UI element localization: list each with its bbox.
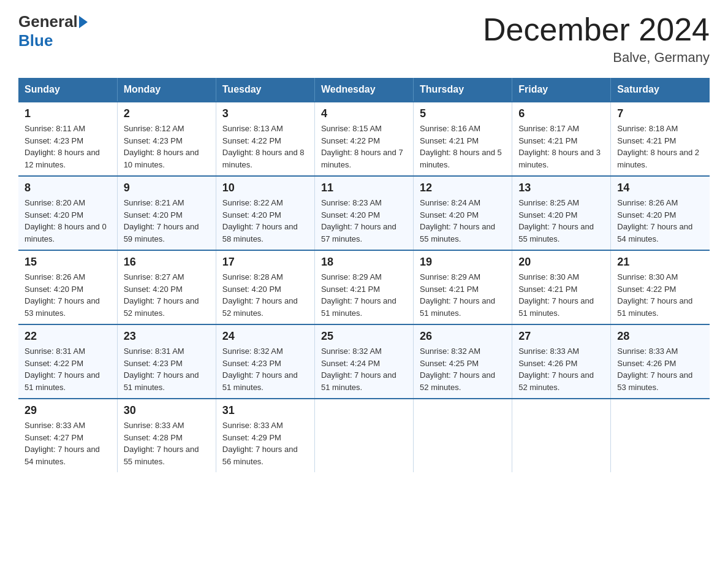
calendar-cell: 24Sunrise: 8:32 AMSunset: 4:23 PMDayligh… <box>216 324 314 399</box>
day-number: 24 <box>222 330 308 343</box>
day-info: Sunrise: 8:16 AMSunset: 4:21 PMDaylight:… <box>420 123 506 170</box>
month-title: December 2024 <box>483 12 710 47</box>
day-number: 23 <box>124 330 210 343</box>
week-row-5: 29Sunrise: 8:33 AMSunset: 4:27 PMDayligh… <box>18 399 710 472</box>
calendar-cell <box>314 399 413 472</box>
day-number: 15 <box>25 256 111 269</box>
calendar-cell: 6Sunrise: 8:17 AMSunset: 4:21 PMDaylight… <box>512 102 611 176</box>
calendar-cell: 14Sunrise: 8:26 AMSunset: 4:20 PMDayligh… <box>611 176 710 250</box>
day-info: Sunrise: 8:15 AMSunset: 4:22 PMDaylight:… <box>321 123 407 170</box>
calendar-cell: 20Sunrise: 8:30 AMSunset: 4:21 PMDayligh… <box>512 250 611 324</box>
day-number: 10 <box>222 182 308 194</box>
calendar-cell <box>512 399 611 472</box>
day-number: 14 <box>617 182 703 194</box>
day-number: 29 <box>25 404 111 417</box>
week-row-4: 22Sunrise: 8:31 AMSunset: 4:22 PMDayligh… <box>18 324 710 399</box>
day-number: 12 <box>420 182 506 194</box>
day-info: Sunrise: 8:30 AMSunset: 4:22 PMDaylight:… <box>617 271 703 319</box>
calendar-header: SundayMondayTuesdayWednesdayThursdayFrid… <box>18 78 710 102</box>
day-info: Sunrise: 8:29 AMSunset: 4:21 PMDaylight:… <box>420 271 506 319</box>
calendar-cell: 28Sunrise: 8:33 AMSunset: 4:26 PMDayligh… <box>611 324 710 399</box>
day-number: 21 <box>617 256 703 269</box>
day-info: Sunrise: 8:32 AMSunset: 4:25 PMDaylight:… <box>420 345 506 393</box>
day-number: 20 <box>518 256 604 269</box>
day-number: 17 <box>222 256 308 269</box>
day-info: Sunrise: 8:28 AMSunset: 4:20 PMDaylight:… <box>222 271 308 319</box>
day-info: Sunrise: 8:32 AMSunset: 4:23 PMDaylight:… <box>222 345 308 393</box>
logo: General Blue <box>18 12 89 50</box>
day-info: Sunrise: 8:17 AMSunset: 4:21 PMDaylight:… <box>518 123 604 170</box>
calendar-cell: 17Sunrise: 8:28 AMSunset: 4:20 PMDayligh… <box>216 250 314 324</box>
calendar-cell: 11Sunrise: 8:23 AMSunset: 4:20 PMDayligh… <box>314 176 413 250</box>
logo-general-text: General <box>18 12 78 31</box>
day-number: 7 <box>617 107 703 120</box>
calendar-cell: 10Sunrise: 8:22 AMSunset: 4:20 PMDayligh… <box>216 176 314 250</box>
day-info: Sunrise: 8:11 AMSunset: 4:23 PMDaylight:… <box>25 123 111 170</box>
day-info: Sunrise: 8:33 AMSunset: 4:29 PMDaylight:… <box>222 419 308 467</box>
day-number: 19 <box>420 256 506 269</box>
calendar-cell: 18Sunrise: 8:29 AMSunset: 4:21 PMDayligh… <box>314 250 413 324</box>
day-number: 6 <box>518 107 604 120</box>
week-row-1: 1Sunrise: 8:11 AMSunset: 4:23 PMDaylight… <box>18 102 710 176</box>
calendar-cell: 9Sunrise: 8:21 AMSunset: 4:20 PMDaylight… <box>117 176 216 250</box>
day-info: Sunrise: 8:13 AMSunset: 4:22 PMDaylight:… <box>222 123 308 170</box>
day-number: 28 <box>617 330 703 343</box>
header-friday: Friday <box>512 78 611 102</box>
day-number: 5 <box>420 107 506 120</box>
day-number: 3 <box>222 107 308 120</box>
calendar-cell: 8Sunrise: 8:20 AMSunset: 4:20 PMDaylight… <box>18 176 117 250</box>
day-number: 25 <box>321 330 407 343</box>
day-number: 1 <box>25 107 111 120</box>
day-info: Sunrise: 8:29 AMSunset: 4:21 PMDaylight:… <box>321 271 407 319</box>
calendar-body: 1Sunrise: 8:11 AMSunset: 4:23 PMDaylight… <box>18 102 710 472</box>
page-header: General Blue December 2024 Balve, German… <box>18 12 710 66</box>
calendar-cell: 19Sunrise: 8:29 AMSunset: 4:21 PMDayligh… <box>414 250 512 324</box>
day-number: 16 <box>124 256 210 269</box>
week-row-2: 8Sunrise: 8:20 AMSunset: 4:20 PMDaylight… <box>18 176 710 250</box>
day-info: Sunrise: 8:27 AMSunset: 4:20 PMDaylight:… <box>124 271 210 319</box>
day-number: 9 <box>124 182 210 194</box>
header-saturday: Saturday <box>611 78 710 102</box>
day-info: Sunrise: 8:20 AMSunset: 4:20 PMDaylight:… <box>25 197 111 245</box>
calendar-cell: 2Sunrise: 8:12 AMSunset: 4:23 PMDaylight… <box>117 102 216 176</box>
day-info: Sunrise: 8:25 AMSunset: 4:20 PMDaylight:… <box>518 197 604 245</box>
title-block: December 2024 Balve, Germany <box>483 12 710 66</box>
calendar-cell: 27Sunrise: 8:33 AMSunset: 4:26 PMDayligh… <box>512 324 611 399</box>
day-info: Sunrise: 8:32 AMSunset: 4:24 PMDaylight:… <box>321 345 407 393</box>
calendar-cell: 13Sunrise: 8:25 AMSunset: 4:20 PMDayligh… <box>512 176 611 250</box>
day-number: 26 <box>420 330 506 343</box>
day-info: Sunrise: 8:12 AMSunset: 4:23 PMDaylight:… <box>124 123 210 170</box>
day-info: Sunrise: 8:26 AMSunset: 4:20 PMDaylight:… <box>25 271 111 319</box>
day-number: 2 <box>124 107 210 120</box>
calendar-cell: 16Sunrise: 8:27 AMSunset: 4:20 PMDayligh… <box>117 250 216 324</box>
day-number: 30 <box>124 404 210 417</box>
location-text: Balve, Germany <box>483 50 710 66</box>
calendar-cell: 7Sunrise: 8:18 AMSunset: 4:21 PMDaylight… <box>611 102 710 176</box>
day-info: Sunrise: 8:18 AMSunset: 4:21 PMDaylight:… <box>617 123 703 170</box>
calendar-cell: 15Sunrise: 8:26 AMSunset: 4:20 PMDayligh… <box>18 250 117 324</box>
day-number: 18 <box>321 256 407 269</box>
day-number: 27 <box>518 330 604 343</box>
day-number: 13 <box>518 182 604 194</box>
day-info: Sunrise: 8:31 AMSunset: 4:23 PMDaylight:… <box>124 345 210 393</box>
header-wednesday: Wednesday <box>314 78 413 102</box>
calendar-cell: 22Sunrise: 8:31 AMSunset: 4:22 PMDayligh… <box>18 324 117 399</box>
day-info: Sunrise: 8:24 AMSunset: 4:20 PMDaylight:… <box>420 197 506 245</box>
calendar-cell: 4Sunrise: 8:15 AMSunset: 4:22 PMDaylight… <box>314 102 413 176</box>
calendar-cell: 3Sunrise: 8:13 AMSunset: 4:22 PMDaylight… <box>216 102 314 176</box>
day-number: 11 <box>321 182 407 194</box>
calendar-cell: 25Sunrise: 8:32 AMSunset: 4:24 PMDayligh… <box>314 324 413 399</box>
header-row: SundayMondayTuesdayWednesdayThursdayFrid… <box>18 78 710 102</box>
day-number: 22 <box>25 330 111 343</box>
calendar-table: SundayMondayTuesdayWednesdayThursdayFrid… <box>18 78 710 472</box>
header-tuesday: Tuesday <box>216 78 314 102</box>
day-info: Sunrise: 8:21 AMSunset: 4:20 PMDaylight:… <box>124 197 210 245</box>
header-monday: Monday <box>117 78 216 102</box>
day-number: 4 <box>321 107 407 120</box>
logo-arrow-icon <box>79 16 88 28</box>
calendar-cell: 31Sunrise: 8:33 AMSunset: 4:29 PMDayligh… <box>216 399 314 472</box>
calendar-cell <box>414 399 512 472</box>
calendar-cell <box>611 399 710 472</box>
calendar-cell: 5Sunrise: 8:16 AMSunset: 4:21 PMDaylight… <box>414 102 512 176</box>
day-info: Sunrise: 8:22 AMSunset: 4:20 PMDaylight:… <box>222 197 308 245</box>
